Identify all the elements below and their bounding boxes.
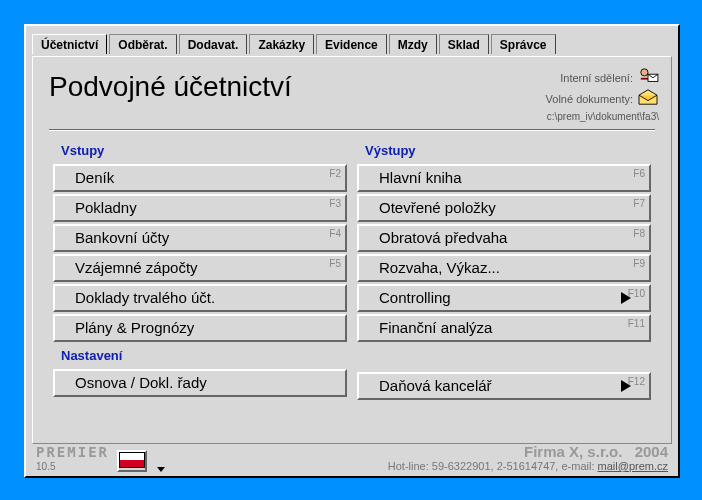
danova-button-0[interactable]: Daňová kancelářF12: [357, 372, 651, 400]
vstupy-button-label: Pokladny: [75, 199, 137, 216]
vstupy-button-2[interactable]: Bankovní účtyF4: [53, 224, 347, 252]
mail-link[interactable]: mail@prem.cz: [598, 460, 668, 472]
page-title: Podvojné účetnictví: [49, 71, 292, 103]
tab-evidence[interactable]: Evidence: [316, 34, 387, 54]
volne-label: Volné dokumenty:: [546, 92, 633, 106]
fkey-hint: F3: [329, 198, 341, 209]
interni-label: Interní sdělení:: [560, 71, 633, 85]
vystupy-button-0[interactable]: Hlavní knihaF6: [357, 164, 651, 192]
vystupy-button-label: Controlling: [379, 289, 451, 306]
divider: [49, 129, 655, 131]
firm-name: Firma X, s.r.o.: [524, 443, 622, 460]
danova-button-label: Daňová kancelář: [379, 377, 492, 394]
vstupy-button-0[interactable]: DeníkF2: [53, 164, 347, 192]
fkey-hint: F10: [628, 288, 645, 299]
header-info: Interní sdělení: Volné dokumenty: c:\pre…: [546, 65, 659, 123]
app-window: ÚčetnictvíOdběrat.Dodavat.ZakázkyEvidenc…: [24, 24, 680, 478]
tab-sklad[interactable]: Sklad: [439, 34, 489, 54]
svg-point-0: [641, 69, 648, 76]
fkey-hint: F9: [633, 258, 645, 269]
fkey-hint: F7: [633, 198, 645, 209]
footer-bar: PREMIER 10.5 Firma X, s.r.o. 2004 Hot-li…: [26, 440, 678, 476]
vystupy-button-2[interactable]: Obratová předvahaF8: [357, 224, 651, 252]
tab-dodavat[interactable]: Dodavat.: [179, 34, 248, 54]
fkey-hint: F8: [633, 228, 645, 239]
fkey-hint: F4: [329, 228, 341, 239]
vystupy-button-label: Rozvaha, Výkaz...: [379, 259, 500, 276]
vystupy-button-label: Obratová předvaha: [379, 229, 507, 246]
vstupy-button-3[interactable]: Vzájemné zápočtyF5: [53, 254, 347, 282]
col-left: Vstupy DeníkF2PokladnyF3Bankovní účtyF4V…: [53, 139, 347, 402]
brand-logo: PREMIER: [36, 444, 109, 460]
vstupy-button-label: Plány & Prognózy: [75, 319, 194, 336]
folder-home-icon[interactable]: [637, 88, 659, 109]
nastaveni-button-label: Osnova / Dokl. řady: [75, 374, 207, 391]
fkey-hint: F12: [628, 376, 645, 387]
vstupy-button-label: Bankovní účty: [75, 229, 169, 246]
fkey-hint: F2: [329, 168, 341, 179]
vystupy-button-label: Finanční analýza: [379, 319, 492, 336]
section-title-nastaveni: Nastavení: [53, 344, 347, 367]
vystupy-button-label: Hlavní kniha: [379, 169, 462, 186]
fkey-hint: F11: [628, 318, 645, 329]
vystupy-button-label: Otevřené položky: [379, 199, 496, 216]
firm-year: 2004: [635, 443, 668, 460]
vystupy-button-4[interactable]: ControllingF10: [357, 284, 651, 312]
tab-spravce[interactable]: Správce: [491, 34, 556, 54]
tab-ucetnictvi[interactable]: Účetnictví: [32, 34, 107, 54]
fkey-hint: F6: [633, 168, 645, 179]
vstupy-button-5[interactable]: Plány & Prognózy: [53, 314, 347, 342]
vstupy-button-label: Vzájemné zápočty: [75, 259, 198, 276]
vstupy-button-4[interactable]: Doklady trvalého účt.: [53, 284, 347, 312]
section-title-vystupy: Výstupy: [357, 139, 651, 162]
vystupy-button-1[interactable]: Otevřené položkyF7: [357, 194, 651, 222]
section-title-vstupy: Vstupy: [53, 139, 347, 162]
path-label: c:\prem_iv\dokument\fa3\: [546, 110, 659, 123]
tab-zakazky[interactable]: Zakázky: [249, 34, 314, 54]
chevron-down-icon: [157, 467, 165, 472]
tab-bar: ÚčetnictvíOdběrat.Dodavat.ZakázkyEvidenc…: [26, 26, 678, 54]
tab-odberat[interactable]: Odběrat.: [109, 34, 176, 54]
nastaveni-button-0[interactable]: Osnova / Dokl. řady: [53, 369, 347, 397]
vstupy-button-1[interactable]: PokladnyF3: [53, 194, 347, 222]
vstupy-button-label: Deník: [75, 169, 114, 186]
vstupy-button-label: Doklady trvalého účt.: [75, 289, 215, 306]
fkey-hint: F5: [329, 258, 341, 269]
hotline-text: Hot-line: 59-6322901, 2-51614747, e-mail…: [388, 460, 598, 472]
main-panel: Podvojné účetnictví Interní sdělení: Vol…: [32, 56, 672, 444]
tab-mzdy[interactable]: Mzdy: [389, 34, 437, 54]
version-label: 10.5: [36, 461, 55, 472]
col-right: Výstupy Hlavní knihaF6Otevřené položkyF7…: [357, 139, 651, 402]
vystupy-button-3[interactable]: Rozvaha, Výkaz...F9: [357, 254, 651, 282]
vystupy-button-5[interactable]: Finanční analýzaF11: [357, 314, 651, 342]
person-mail-icon[interactable]: [637, 67, 659, 88]
language-flag-dropdown[interactable]: [117, 450, 147, 472]
